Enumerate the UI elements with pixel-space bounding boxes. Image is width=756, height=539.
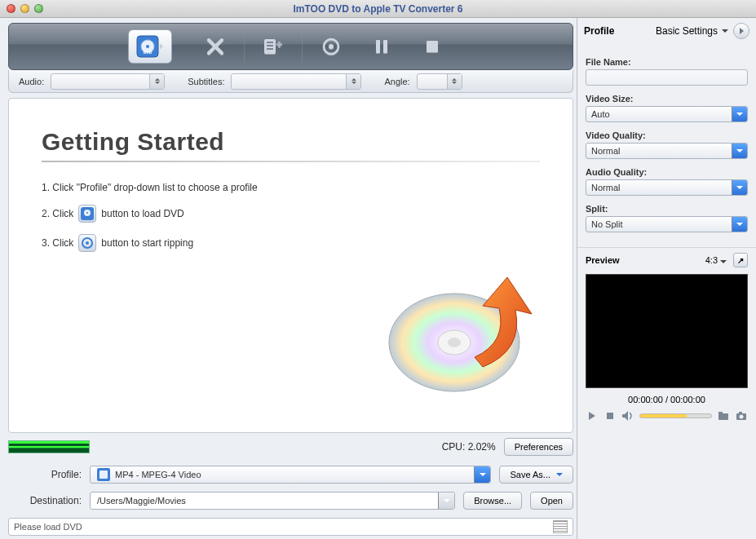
video-size-label: Video Size: bbox=[586, 94, 748, 104]
subtitles-select[interactable] bbox=[231, 73, 361, 90]
audio-select[interactable] bbox=[51, 73, 165, 90]
svg-rect-10 bbox=[376, 40, 380, 53]
split-label: Split: bbox=[586, 204, 748, 214]
file-name-input[interactable] bbox=[586, 69, 748, 86]
save-as-button[interactable]: Save As... bbox=[499, 466, 573, 484]
svg-rect-12 bbox=[427, 41, 438, 52]
stop-button[interactable] bbox=[410, 29, 454, 64]
browse-button[interactable]: Browse... bbox=[463, 492, 522, 510]
svg-rect-24 bbox=[718, 412, 723, 414]
svg-rect-6 bbox=[267, 45, 273, 46]
audio-quality-select[interactable]: Normal bbox=[586, 179, 748, 196]
preview-screen bbox=[586, 274, 748, 388]
svg-point-2 bbox=[146, 45, 149, 48]
profile-label: Profile: bbox=[8, 469, 82, 480]
status-menu-icon[interactable] bbox=[553, 520, 568, 533]
step-3: 3. Click button to start ripping bbox=[42, 234, 540, 252]
step-1: 1. Click "Profile" drop-down list to cho… bbox=[42, 182, 540, 193]
cpu-usage: CPU: 2.02% bbox=[442, 441, 496, 453]
content-area: Getting Started 1. Click "Profile" drop-… bbox=[8, 98, 573, 433]
audio-label: Audio: bbox=[19, 77, 44, 86]
step-2: 2. Click button to load DVD bbox=[42, 205, 540, 223]
svg-point-17 bbox=[86, 241, 89, 245]
destination-field[interactable]: /Users/Maggie/Movies bbox=[90, 492, 455, 510]
popout-preview-button[interactable]: ↗ bbox=[733, 253, 748, 267]
preview-label: Preview bbox=[586, 255, 620, 265]
svg-rect-27 bbox=[739, 412, 742, 414]
split-select[interactable]: No Split bbox=[586, 216, 748, 232]
svg-text:DVD: DVD bbox=[143, 50, 152, 55]
svg-rect-7 bbox=[267, 48, 273, 50]
disc-illustration-icon bbox=[377, 261, 540, 400]
main-toolbar: DVD bbox=[8, 23, 573, 70]
audio-quality-label: Audio Quality: bbox=[586, 167, 748, 177]
preview-stop-button[interactable] bbox=[603, 409, 617, 422]
svg-point-9 bbox=[329, 44, 334, 49]
preview-play-button[interactable] bbox=[586, 409, 599, 422]
record-icon bbox=[78, 234, 96, 252]
preview-time: 00:00:00 / 00:00:00 bbox=[577, 395, 756, 404]
svg-point-26 bbox=[740, 415, 744, 419]
profile-panel-label: Profile bbox=[584, 25, 614, 37]
svg-rect-23 bbox=[718, 413, 728, 420]
preferences-button[interactable]: Preferences bbox=[504, 438, 573, 456]
destination-label: Destination: bbox=[8, 495, 82, 506]
svg-rect-5 bbox=[267, 42, 273, 43]
add-to-list-button[interactable] bbox=[251, 29, 295, 64]
snapshot-button[interactable] bbox=[735, 409, 748, 422]
video-size-select[interactable]: Auto bbox=[586, 106, 748, 122]
record-button[interactable] bbox=[309, 29, 353, 64]
basic-settings-dropdown[interactable]: Basic Settings bbox=[656, 25, 728, 37]
volume-slider[interactable] bbox=[639, 413, 712, 418]
pause-button[interactable] bbox=[360, 29, 404, 64]
window-title: ImTOO DVD to Apple TV Converter 6 bbox=[0, 3, 756, 15]
aspect-ratio-dropdown[interactable]: 4:3 bbox=[705, 255, 727, 265]
cpu-graph bbox=[8, 440, 90, 453]
snapshot-folder-button[interactable] bbox=[717, 409, 730, 422]
svg-rect-11 bbox=[383, 40, 387, 53]
file-name-label: File Name: bbox=[586, 57, 748, 67]
subtitles-label: Subtitles: bbox=[188, 77, 224, 86]
load-dvd-button[interactable]: DVD bbox=[128, 29, 172, 64]
dvd-icon bbox=[78, 205, 96, 223]
mp4-icon bbox=[97, 468, 110, 481]
volume-icon[interactable] bbox=[621, 409, 634, 422]
getting-started-heading: Getting Started bbox=[42, 128, 540, 156]
angle-label: Angle: bbox=[384, 77, 409, 86]
next-panel-button[interactable] bbox=[733, 23, 749, 39]
profile-combo[interactable]: MP4 - MPEG-4 Video bbox=[90, 466, 491, 484]
svg-point-20 bbox=[448, 338, 461, 347]
svg-point-15 bbox=[86, 212, 88, 214]
status-text: Please load DVD bbox=[14, 522, 82, 532]
video-quality-label: Video Quality: bbox=[586, 130, 748, 140]
angle-select[interactable] bbox=[417, 73, 462, 90]
svg-rect-22 bbox=[99, 471, 108, 479]
video-quality-select[interactable]: Normal bbox=[586, 143, 748, 159]
open-button[interactable]: Open bbox=[530, 492, 573, 510]
clear-button[interactable] bbox=[193, 29, 237, 64]
